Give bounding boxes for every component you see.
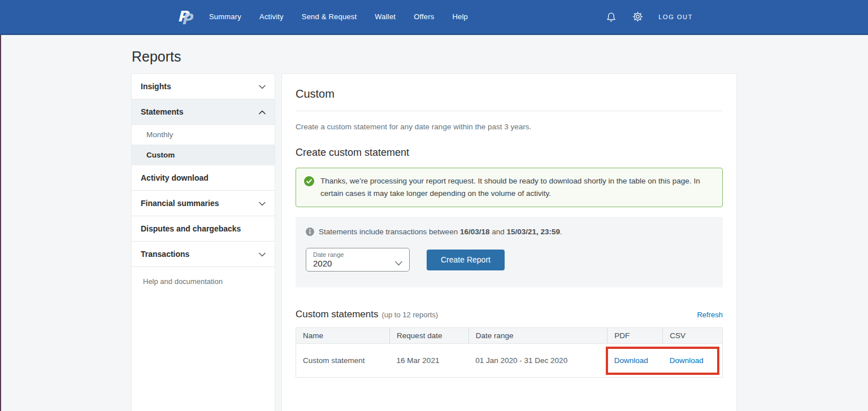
statements-table: Name Request date Date range PDF CSV Cus… (296, 327, 723, 378)
sidebar-item-help-documentation[interactable]: Help and documentation (132, 267, 275, 296)
sidebar-item-label: Activity download (141, 173, 209, 182)
top-navbar: P P Summary Activity Send & Request Wall… (0, 0, 868, 35)
nav-item-wallet[interactable]: Wallet (375, 12, 396, 21)
create-report-panel: Statements include transactions between … (296, 217, 723, 287)
create-custom-statement-title: Create custom statement (296, 147, 723, 159)
table-header-row: Name Request date Date range PDF CSV (296, 328, 723, 344)
pdf-download-link[interactable]: Download (614, 356, 648, 365)
left-edge-strip (0, 35, 1, 411)
sidebar-item-transactions[interactable]: Transactions (132, 242, 275, 267)
notifications-bell-icon[interactable] (605, 11, 617, 23)
refresh-link[interactable]: Refresh (697, 311, 723, 319)
custom-description: Create a custom statement for any date r… (296, 123, 723, 131)
create-report-button[interactable]: Create Report (427, 250, 505, 270)
svg-text:P: P (181, 11, 193, 26)
csv-download-link[interactable]: Download (670, 356, 704, 365)
info-suffix: . (560, 228, 562, 236)
chevron-down-icon (259, 199, 266, 208)
nav-item-help[interactable]: Help (453, 12, 468, 21)
sidebar-item-insights[interactable]: Insights (132, 74, 275, 99)
chevron-up-icon (259, 107, 266, 116)
settings-gear-icon[interactable] (632, 11, 644, 23)
cell-request-date: 16 Mar 2021 (390, 344, 469, 378)
col-header-request-date: Request date (390, 328, 469, 344)
info-start-date: 16/03/18 (460, 228, 490, 236)
col-header-name: Name (296, 328, 390, 344)
page-title: Reports (132, 35, 736, 74)
paypal-logo-icon[interactable]: P P (177, 8, 193, 26)
sidebar-item-activity-download[interactable]: Activity download (132, 165, 275, 191)
sidebar-item-custom[interactable]: Custom (132, 145, 275, 165)
nav-item-offers[interactable]: Offers (414, 12, 434, 21)
info-icon (306, 228, 314, 236)
col-header-pdf: PDF (607, 328, 663, 344)
sidebar-item-monthly[interactable]: Monthly (132, 125, 275, 145)
col-header-date-range: Date range (468, 328, 607, 344)
date-range-label: Date range (313, 251, 402, 258)
success-alert-text: Thanks, we’re processing your report req… (320, 175, 713, 199)
sidebar-item-label: Statements (141, 107, 183, 116)
custom-statement-panel: Custom Create a custom statement for any… (282, 74, 736, 411)
sidebar-item-label: Disputes and chargebacks (141, 224, 241, 233)
nav-item-activity[interactable]: Activity (259, 12, 284, 21)
sidebar-item-disputes-chargebacks[interactable]: Disputes and chargebacks (132, 216, 275, 242)
sidebar-item-statements[interactable]: Statements (132, 99, 275, 125)
cell-date-range: 01 Jan 2020 - 31 Dec 2020 (468, 344, 607, 378)
col-header-csv: CSV (663, 328, 723, 344)
date-range-value: 2020 (313, 259, 402, 268)
sidebar-item-label: Financial summaries (141, 199, 219, 208)
success-check-icon (304, 176, 314, 186)
custom-statements-subtitle: (up to 12 reports) (381, 311, 438, 319)
sidebar-item-financial-summaries[interactable]: Financial summaries (132, 191, 275, 216)
custom-section-title: Custom (296, 88, 723, 100)
chevron-down-icon (259, 82, 266, 91)
reports-sidebar: Insights Statements Monthly Custom Activ… (132, 74, 275, 411)
table-row: Custom statement 16 Mar 2021 01 Jan 2020… (296, 344, 723, 378)
cell-statement-name: Custom statement (296, 344, 390, 378)
date-range-select[interactable]: Date range 2020 (306, 248, 410, 272)
info-prefix: Statements include transactions between (319, 228, 460, 236)
info-end-date: 15/03/21, 23:59 (507, 228, 561, 236)
statement-range-info: Statements include transactions between … (319, 228, 562, 236)
sidebar-item-label: Transactions (141, 250, 189, 259)
nav-item-summary[interactable]: Summary (209, 12, 241, 21)
title-divider (296, 111, 723, 111)
log-out-button[interactable]: LOG OUT (658, 14, 693, 20)
custom-statements-title: Custom statements (296, 309, 378, 320)
chevron-down-icon (395, 258, 402, 268)
nav-item-send-request[interactable]: Send & Request (302, 12, 357, 21)
sidebar-item-label: Insights (141, 82, 171, 91)
info-join: and (489, 228, 506, 236)
primary-nav: Summary Activity Send & Request Wallet O… (209, 12, 468, 21)
statements-table-wrap: Name Request date Date range PDF CSV Cus… (296, 327, 723, 378)
chevron-down-icon (259, 250, 266, 259)
success-alert: Thanks, we’re processing your report req… (296, 168, 723, 207)
